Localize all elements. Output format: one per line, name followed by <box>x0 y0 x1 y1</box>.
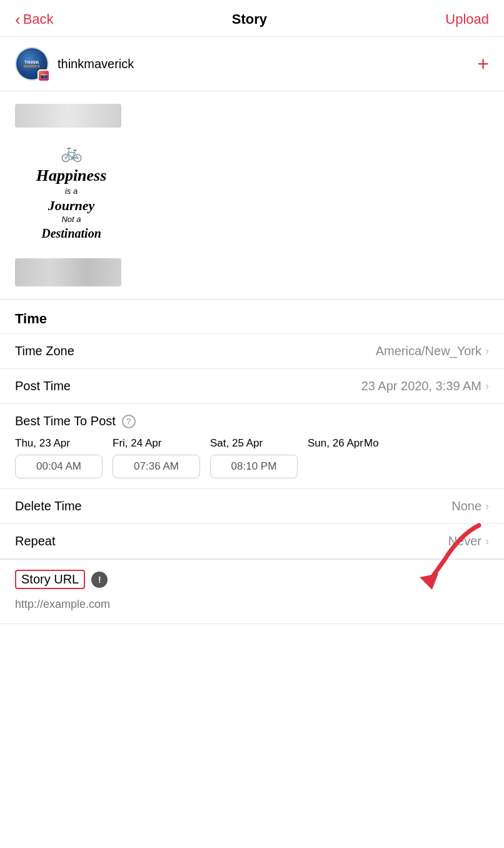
post-time-value-group: 23 Apr 2020, 3:39 AM › <box>361 379 489 393</box>
annotation-arrow <box>410 522 491 591</box>
quote-line1: Happiness <box>36 165 107 186</box>
day-col-thu: Thu, 23 Apr 00:04 AM <box>15 437 103 478</box>
chevron-right-icon-2: › <box>485 380 489 393</box>
time-section-title: Time <box>15 311 47 326</box>
day-col-sat: Sat, 25 Apr 08:10 PM <box>210 437 298 478</box>
time-chip-thu[interactable]: 00:04 AM <box>15 455 103 478</box>
media-preview-area: 🚲 Happiness is a Journey Not a Destinati… <box>0 91 504 300</box>
time-chip-fri[interactable]: 07:36 AM <box>113 455 200 478</box>
day-label-sun: Sun, 26 Apr <box>308 437 364 450</box>
red-arrow-svg <box>410 522 491 591</box>
timezone-row[interactable]: Time Zone America/New_York › <box>0 333 504 368</box>
chevron-right-icon: › <box>485 345 489 358</box>
quote-line3: Journey <box>36 197 107 215</box>
chevron-left-icon: ‹ <box>15 11 21 28</box>
avatar-text-maverick: MAVERICK <box>24 64 40 68</box>
quote-line5: Destination <box>36 225 107 241</box>
best-time-label: Best Time To Post <box>15 414 116 428</box>
day-col-fri: Fri, 24 Apr 07:36 AM <box>113 437 200 478</box>
time-section-header: Time <box>0 300 504 333</box>
story-url-info-icon[interactable]: ! <box>91 572 108 588</box>
best-time-grid: Thu, 23 Apr 00:04 AM Fri, 24 Apr 07:36 A… <box>15 437 489 478</box>
chevron-right-icon-3: › <box>485 500 489 513</box>
svg-marker-0 <box>420 573 438 590</box>
account-row: THINK MAVERICK 📷 thinkmaverick + <box>0 37 504 91</box>
back-button[interactable]: ‹ Back <box>15 11 54 28</box>
add-account-button[interactable]: + <box>477 54 489 74</box>
avatar-text-think: THINK <box>24 60 39 64</box>
story-url-input[interactable] <box>15 595 300 613</box>
instagram-icon: 📷 <box>41 73 48 79</box>
upload-button[interactable]: Upload <box>445 11 489 28</box>
quote-line4: Not a <box>36 215 107 225</box>
quote-image: 🚲 Happiness is a Journey Not a Destinati… <box>15 140 128 243</box>
best-time-section: Best Time To Post ? Thu, 23 Apr 00:04 AM… <box>0 403 504 488</box>
day-col-mo: Mo <box>364 437 420 478</box>
back-label: Back <box>23 11 54 28</box>
bike-icon: 🚲 <box>61 142 83 163</box>
delete-time-value: None <box>451 499 481 513</box>
delete-time-value-group: None › <box>451 499 489 513</box>
header: ‹ Back Story Upload <box>0 0 504 37</box>
story-url-section: Story URL ! <box>0 559 504 624</box>
avatar[interactable]: THINK MAVERICK 📷 <box>15 47 49 81</box>
delete-time-label: Delete Time <box>15 499 82 513</box>
repeat-label: Repeat <box>15 534 56 548</box>
timezone-value-group: America/New_York › <box>376 344 489 358</box>
page-title: Story <box>232 11 267 28</box>
time-chip-sat[interactable]: 08:10 PM <box>210 455 298 478</box>
media-placeholder-top <box>15 104 121 128</box>
best-time-info-icon[interactable]: ? <box>122 415 136 428</box>
timezone-label: Time Zone <box>15 344 74 358</box>
quote-line2: is a <box>36 186 107 197</box>
post-time-row[interactable]: Post Time 23 Apr 2020, 3:39 AM › <box>0 368 504 403</box>
timezone-value: America/New_York <box>376 344 481 358</box>
quote-text: Happiness is a Journey Not a Destination <box>36 165 107 241</box>
post-time-value: 23 Apr 2020, 3:39 AM <box>361 379 481 393</box>
media-image-area: 🚲 Happiness is a Journey Not a Destinati… <box>15 140 489 243</box>
post-time-label: Post Time <box>15 379 71 393</box>
account-username: thinkmaverick <box>58 57 134 71</box>
media-placeholder-bottom <box>15 258 121 286</box>
day-label-thu: Thu, 23 Apr <box>15 437 103 450</box>
best-time-header: Best Time To Post ? <box>15 414 489 428</box>
day-label-mo: Mo <box>364 437 420 450</box>
day-col-sun: Sun, 26 Apr <box>308 437 364 478</box>
day-label-sat: Sat, 25 Apr <box>210 437 298 450</box>
story-url-label: Story URL <box>15 570 85 589</box>
account-info: THINK MAVERICK 📷 thinkmaverick <box>15 47 134 81</box>
time-section: Time Time Zone America/New_York › Post T… <box>0 300 504 559</box>
delete-time-row[interactable]: Delete Time None › <box>0 488 504 523</box>
instagram-badge: 📷 <box>38 69 50 82</box>
day-label-fri: Fri, 24 Apr <box>113 437 200 450</box>
